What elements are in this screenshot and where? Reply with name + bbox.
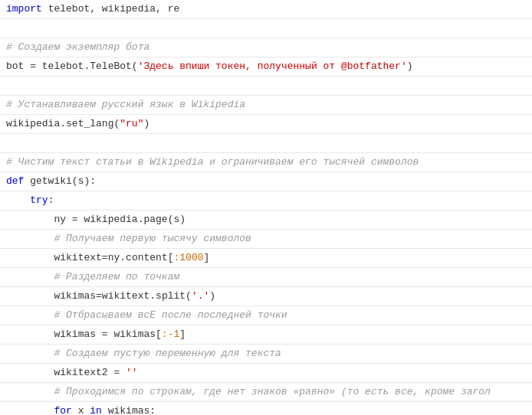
- code-text-8: [0, 136, 532, 151]
- code-text-19: # Создаем пустую переменную для текста: [0, 346, 532, 361]
- code-text-14: wikitext=ny.content[:1000]: [0, 250, 532, 266]
- code-line-15: # Разделяем по точкам: [0, 268, 532, 287]
- code-line-4: bot = telebot.TeleBot('Здесь впиши токен…: [0, 57, 532, 77]
- code-text-6: # Устанавливаем русский язык в Wikipedia: [0, 97, 532, 113]
- code-text-5: [0, 78, 532, 93]
- code-line-3: # Создаем экземпляр бота: [0, 38, 532, 57]
- code-text-7: wikipedia.set_lang("ru"): [0, 116, 532, 132]
- code-line-21: # Проходимся по строкам, где нет знаков …: [0, 383, 532, 402]
- code-line-9: # Чистим текст статьи в Wikipedia и огра…: [0, 153, 532, 172]
- code-line-5: [0, 77, 532, 96]
- code-line-17: # Отбрасываем всЕ после последней точки: [0, 306, 532, 325]
- code-text-10: def getwiki(s):: [0, 174, 532, 189]
- code-text-15: # Разделяем по точкам: [0, 270, 532, 285]
- code-text-13: # Получаем первую тысячу символов: [0, 231, 532, 247]
- code-line-18: wikimas = wikimas[:-1]: [0, 325, 532, 345]
- code-line-1: import telebot, wikipedia, re: [0, 0, 532, 19]
- code-line-16: wikimas=wikitext.split('.'): [0, 287, 532, 306]
- code-line-7: wikipedia.set_lang("ru"): [0, 115, 532, 134]
- code-text-17: # Отбрасываем всЕ после последней точки: [0, 308, 532, 323]
- code-line-8: [0, 134, 532, 153]
- code-line-11: try:: [0, 191, 532, 211]
- code-line-19: # Создаем пустую переменную для текста: [0, 345, 532, 364]
- code-line-6: # Устанавливаем русский язык в Wikipedia: [0, 96, 532, 115]
- code-line-2: [0, 19, 532, 38]
- code-text-4: bot = telebot.TeleBot('Здесь впиши токен…: [0, 59, 532, 74]
- code-line-12: ny = wikipedia.page(s): [0, 211, 532, 230]
- code-text-18: wikimas = wikimas[:-1]: [0, 327, 532, 342]
- code-line-10: def getwiki(s):: [0, 172, 532, 191]
- code-line-22: for x in wikimas:: [0, 402, 532, 415]
- code-line-14: wikitext=ny.content[:1000]: [0, 249, 532, 268]
- code-line-13: # Получаем первую тысячу символов: [0, 230, 532, 249]
- code-text-3: # Создаем экземпляр бота: [0, 40, 532, 55]
- code-line-20: wikitext2 = '': [0, 364, 532, 383]
- code-text-22: for x in wikimas:: [0, 404, 532, 415]
- code-text-21: # Проходимся по строкам, где нет знаков …: [0, 384, 532, 400]
- code-text-20: wikitext2 = '': [0, 365, 532, 381]
- code-text-16: wikimas=wikitext.split('.'): [0, 289, 532, 304]
- code-text-1: import telebot, wikipedia, re: [0, 2, 532, 17]
- code-text-9: # Чистим текст статьи в Wikipedia и огра…: [0, 155, 532, 170]
- code-text-2: [0, 21, 532, 36]
- code-text-12: ny = wikipedia.page(s): [0, 212, 532, 227]
- code-editor: import telebot, wikipedia, re # Создаем …: [0, 0, 532, 415]
- code-text-11: try:: [0, 193, 532, 208]
